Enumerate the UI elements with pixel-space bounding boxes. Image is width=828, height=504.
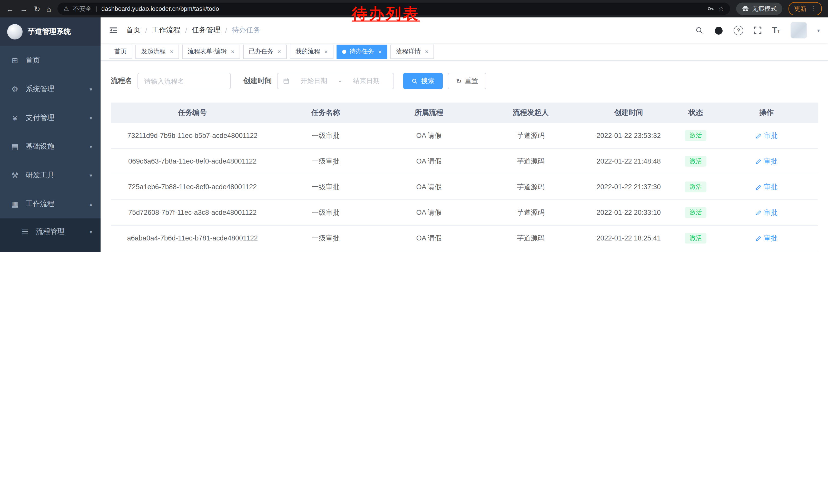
search-icon[interactable] (695, 26, 704, 35)
sidebar-item-task-management[interactable]: ⚑ 任务管理 ▴ (0, 245, 100, 252)
back-icon[interactable]: ← (6, 5, 14, 12)
cell-process: 测试多审批人 (377, 251, 481, 252)
cell-task-id: 73211d9d-7b9b-11ec-b5b7-acde48001122 (111, 123, 274, 148)
incognito-badge: 无痕模式 (736, 3, 782, 15)
forward-icon[interactable]: → (20, 5, 28, 12)
url-divider: | (96, 5, 97, 12)
search-button[interactable]: 搜索 (403, 73, 443, 89)
browser-update-button[interactable]: 更新 ⋮ (788, 2, 822, 15)
home-icon[interactable]: ⌂ (46, 5, 51, 12)
cell-task-name: 1.2 (274, 251, 377, 252)
cell-process: OA 请假 (377, 225, 481, 251)
sidebar-item-label: 基础设施 (26, 142, 54, 151)
column-status: 状态 (676, 102, 715, 123)
sidebar-collapse-icon[interactable] (109, 26, 118, 35)
tab-todo-task[interactable]: 待办任务 × (336, 44, 387, 59)
app-frame: 芋道管理系统 ⊞ 首页 ⚙ 系统管理 ▾ ¥ 支付管理 ▾ ▤ 基础设施 ▾ (0, 17, 828, 252)
cell-task-name: 一级审批 (274, 174, 377, 200)
approve-link[interactable]: 审批 (755, 156, 778, 166)
avatar-caret-icon[interactable]: ▾ (817, 28, 820, 33)
close-icon[interactable]: × (170, 48, 173, 55)
breadcrumb-current: 待办任务 (232, 26, 260, 35)
breadcrumb-separator: / (225, 26, 227, 34)
sidebar-item-payment[interactable]: ¥ 支付管理 ▾ (0, 103, 100, 132)
reset-button[interactable]: ↻ 重置 (448, 73, 486, 89)
bookmark-star-icon[interactable]: ☆ (718, 5, 724, 12)
column-task-id: 任务编号 (111, 102, 274, 123)
tab-done-task[interactable]: 已办任务 × (243, 44, 287, 59)
cell-initiator: 芋道源码 (481, 251, 581, 252)
update-label: 更新 (794, 4, 806, 13)
annotation-overlay: 待办列表 (352, 4, 420, 25)
column-actions: 操作 (715, 102, 818, 123)
table-row: 75d72608-7b7f-11ec-a3c8-acde48001122 一级审… (111, 200, 818, 225)
cell-task-name: 一级审批 (274, 225, 377, 251)
cell-create-time: 2022-01-21 22:43:55 (581, 251, 676, 252)
sidebar-item-workflow[interactable]: ▦ 工作流程 ▴ (0, 190, 100, 218)
security-label: 不安全 (73, 4, 92, 13)
cell-initiator: 芋道源码 (481, 174, 581, 200)
approve-link[interactable]: 审批 (755, 182, 778, 191)
tags-view: 首页 发起流程 × 流程表单-编辑 × 已办任务 × 我的流程 × (100, 43, 828, 60)
approve-link[interactable]: 审批 (755, 208, 778, 217)
page-content: 流程名 创建时间 开始日期 - 结束日期 (100, 60, 828, 252)
user-avatar[interactable] (791, 22, 807, 39)
help-icon[interactable]: ? (734, 26, 743, 35)
breadcrumb-workflow[interactable]: 工作流程 (152, 26, 180, 35)
browser-chrome: ← → ↻ ⌂ ⚠ 不安全 | dashboard.yudao.iocoder.… (0, 0, 828, 17)
process-name-input[interactable] (137, 73, 231, 89)
create-time-label: 创建时间 (243, 77, 272, 86)
workflow-icon: ▦ (10, 199, 19, 209)
edit-icon (755, 210, 761, 216)
close-icon[interactable]: × (278, 48, 281, 55)
key-icon[interactable] (707, 5, 714, 12)
fullscreen-icon[interactable] (754, 26, 762, 34)
yen-icon: ¥ (10, 113, 19, 122)
close-icon[interactable]: × (425, 48, 428, 55)
edit-icon (755, 184, 761, 190)
sidebar: 芋道管理系统 ⊞ 首页 ⚙ 系统管理 ▾ ¥ 支付管理 ▾ ▤ 基础设施 ▾ (0, 17, 100, 252)
close-icon[interactable]: × (378, 48, 382, 55)
logo-area[interactable]: 芋道管理系统 (0, 17, 100, 46)
table-header-row: 任务编号 任务名称 所属流程 流程发起人 创建时间 状态 操作 (111, 102, 818, 123)
font-size-icon[interactable]: TT (772, 26, 780, 34)
approve-link[interactable]: 审批 (755, 131, 778, 140)
sidebar-item-process-management[interactable]: ☰ 流程管理 ▾ (0, 218, 100, 245)
search-icon (411, 78, 418, 84)
cell-task-id: 75d72608-7b7f-11ec-a3c8-acde48001122 (111, 200, 274, 225)
cell-process: OA 请假 (377, 123, 481, 148)
column-create-time: 创建时间 (581, 102, 676, 123)
status-badge: 激活 (685, 182, 707, 192)
cell-create-time: 2022-01-22 21:37:30 (581, 174, 676, 200)
tab-my-process[interactable]: 我的流程 × (290, 44, 333, 59)
browser-menu-icon[interactable]: ⋮ (810, 5, 816, 12)
breadcrumb: 首页 / 工作流程 / 任务管理 / 待办任务 (126, 26, 260, 35)
reload-icon[interactable]: ↻ (34, 5, 40, 12)
cell-initiator: 芋道源码 (481, 148, 581, 174)
table-row: 73211d9d-7b9b-11ec-b5b7-acde48001122 一级审… (111, 123, 818, 148)
active-dot (342, 49, 346, 54)
tab-form-edit[interactable]: 流程表单-编辑 × (182, 44, 240, 59)
tab-home[interactable]: 首页 (109, 44, 132, 59)
close-icon[interactable]: × (231, 48, 235, 55)
tab-start-process[interactable]: 发起流程 × (135, 44, 179, 59)
breadcrumb-task-management[interactable]: 任务管理 (192, 26, 220, 35)
chevron-up-icon: ▴ (89, 201, 92, 208)
chevron-down-icon: ▾ (89, 172, 92, 179)
breadcrumb-home[interactable]: 首页 (126, 26, 140, 35)
cell-initiator: 芋道源码 (481, 200, 581, 225)
github-icon[interactable] (714, 26, 723, 35)
sidebar-item-label: 工作流程 (26, 199, 54, 209)
sidebar-item-home[interactable]: ⊞ 首页 (0, 46, 100, 75)
sidebar-item-devtools[interactable]: ⚒ 研发工具 ▾ (0, 161, 100, 190)
close-icon[interactable]: × (324, 48, 328, 55)
start-date-placeholder: 开始日期 (292, 77, 336, 86)
tab-process-detail[interactable]: 流程详情 × (390, 44, 434, 59)
calendar-icon (283, 78, 290, 85)
sidebar-item-system[interactable]: ⚙ 系统管理 ▾ (0, 75, 100, 103)
date-range-picker[interactable]: 开始日期 - 结束日期 (277, 73, 394, 89)
column-process: 所属流程 (377, 102, 481, 123)
approve-link[interactable]: 审批 (755, 234, 778, 243)
status-badge: 激活 (685, 156, 707, 167)
sidebar-item-infrastructure[interactable]: ▤ 基础设施 ▾ (0, 132, 100, 161)
